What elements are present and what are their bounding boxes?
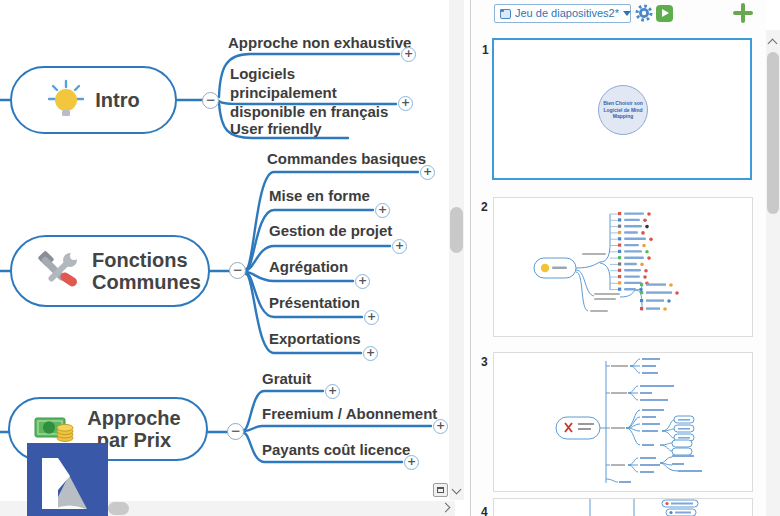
collapse-icon[interactable]: − [229,262,246,279]
money-icon [34,414,76,444]
slide1-central-topic: Bien Choisir son Logiciel de Mind Mappin… [598,85,648,135]
expand-icon[interactable]: + [325,384,340,399]
expand-icon[interactable]: + [392,239,407,254]
slide-thumbnail-2[interactable] [493,197,753,337]
topic-fonctions-communes[interactable]: Fonctions Communes [10,235,210,307]
expand-icon[interactable]: + [420,165,435,180]
gear-icon[interactable] [635,4,653,22]
slide-number: 4 [481,506,488,516]
topic-fonctions-communes-label: Fonctions Communes [92,249,184,293]
topic-intro[interactable]: Intro [10,66,177,134]
expand-icon[interactable]: + [401,47,416,62]
slide2-minimap [494,198,752,336]
collapse-icon[interactable]: − [202,92,219,109]
slide3-minimap [494,353,752,491]
slide-thumbnail-4[interactable] [493,498,753,516]
expand-icon[interactable]: + [355,274,370,289]
expand-icon[interactable]: + [364,310,379,325]
expand-icon[interactable]: + [375,203,390,218]
expand-icon[interactable]: + [363,346,378,361]
slide-thumbnail-3[interactable] [493,352,753,492]
add-slide-button[interactable] [732,2,754,24]
slide-set-icon [500,9,511,19]
chevron-down-icon [623,11,631,16]
expand-icon[interactable]: + [398,96,413,111]
slides-vertical-scrollbar-thumb[interactable] [767,52,779,214]
slide-number: 3 [481,356,488,368]
slide-thumbnail-1[interactable]: Bien Choisir son Logiciel de Mind Mappin… [492,38,752,180]
slide-set-dropdown[interactable]: Jeu de diapositives2* [494,4,631,23]
app-window: Intro Fonctions Communes Approche par Pr… [0,0,780,516]
topic-intro-label: Intro [95,89,139,111]
slide-set-name: Jeu de diapositives2* [515,8,619,19]
expand-icon[interactable]: + [404,455,419,470]
tools-icon [36,250,82,292]
plus-icon [741,3,746,23]
slide-number: 2 [481,201,488,213]
slides-panel: Jeu de diapositives2* 1 Bien Choisir son… [471,0,766,516]
play-icon[interactable] [656,5,673,22]
app-logo [27,443,108,516]
slide4-minimap [494,499,752,516]
slide-number: 1 [482,44,489,56]
lightbulb-icon [47,79,85,121]
expand-icon[interactable]: + [433,419,448,434]
slide1-title: Bien Choisir son Logiciel de Mind Mappin… [603,100,643,120]
collapse-icon[interactable]: − [227,423,244,440]
